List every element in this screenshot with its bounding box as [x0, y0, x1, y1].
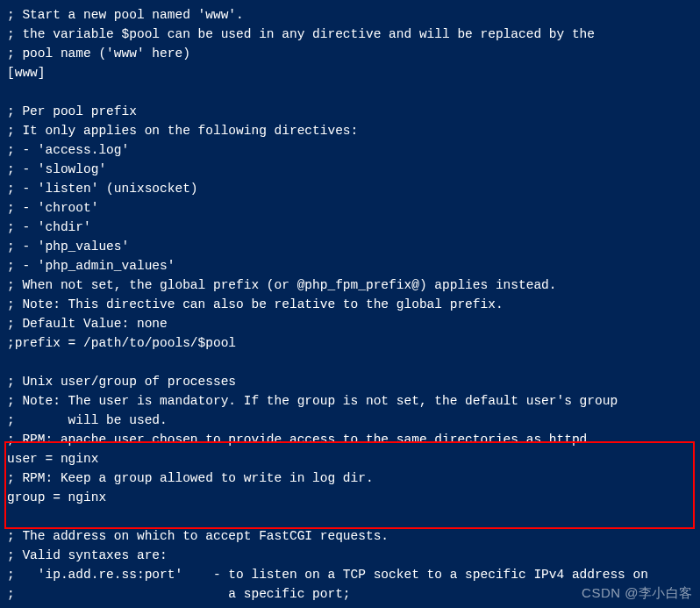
- code-line: ; Note: The user is mandatory. If the gr…: [7, 391, 693, 411]
- code-line: ; RPM: apache user chosen to provide acc…: [7, 430, 693, 449]
- code-line: [7, 507, 693, 526]
- code-line: ; Unix user/group of processes: [7, 372, 693, 391]
- code-line: [7, 82, 693, 102]
- code-line: ; Note: This directive can also be relat…: [7, 295, 693, 314]
- code-line: ; Valid syntaxes are:: [7, 546, 693, 565]
- code-line: ; When not set, the global prefix (or @p…: [7, 275, 693, 295]
- code-line: [7, 353, 693, 372]
- code-line: ; - 'php_admin_values': [7, 256, 693, 275]
- code-line: ; - 'chroot': [7, 198, 693, 218]
- code-line: ; pool name ('www' here): [7, 44, 693, 63]
- code-line: ; will be used.: [7, 411, 693, 430]
- code-line: ; - 'php_values': [7, 237, 693, 256]
- code-line: user = nginx: [7, 449, 693, 469]
- code-line: [www]: [7, 63, 693, 82]
- code-line: ; Default Value: none: [7, 314, 693, 333]
- config-file-content: ; Start a new pool named 'www'.; the var…: [7, 5, 693, 604]
- watermark-text: CSDN @李小白客: [582, 583, 693, 603]
- code-line: ; the variable $pool can be used in any …: [7, 25, 693, 44]
- code-line: ; 'ip.add.re.ss:port' - to listen on a T…: [7, 565, 693, 584]
- code-line: ; - 'chdir': [7, 218, 693, 237]
- code-line: ; - 'access.log': [7, 140, 693, 160]
- code-line: ; Per pool prefix: [7, 102, 693, 121]
- code-line: ; - 'slowlog': [7, 160, 693, 179]
- code-line: ; Start a new pool named 'www'.: [7, 5, 693, 25]
- code-line: ;prefix = /path/to/pools/$pool: [7, 333, 693, 353]
- code-line: ; It only applies on the following direc…: [7, 121, 693, 140]
- code-line: ; The address on which to accept FastCGI…: [7, 526, 693, 546]
- code-line: group = nginx: [7, 488, 693, 507]
- code-line: ; - 'listen' (unixsocket): [7, 179, 693, 198]
- code-line: ; RPM: Keep a group allowed to write in …: [7, 469, 693, 488]
